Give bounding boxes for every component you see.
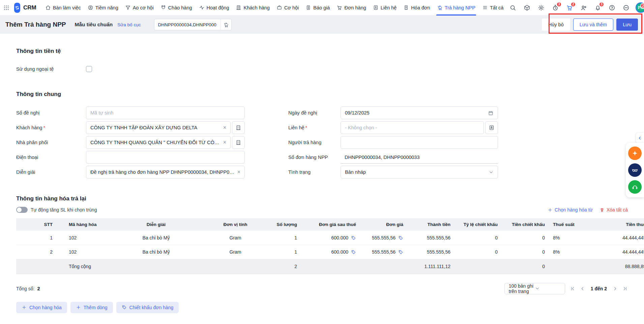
- column-header: Tiền thuế: [586, 218, 644, 231]
- nav-right-icons: 323PM2: [507, 2, 644, 14]
- home-icon: [45, 5, 51, 10]
- timer-icon[interactable]: 3: [549, 2, 561, 14]
- glasses-support-widget[interactable]: [628, 163, 642, 177]
- gear-icon[interactable]: [535, 2, 547, 14]
- table-row[interactable]: 2102Ba chỉ bò MỹGram1600.000555.555,5655…: [16, 245, 644, 259]
- field-dien-giai: Diễn giải Đề nghị trả hàng cho đơn hàng …: [16, 166, 245, 179]
- price-tag-icon[interactable]: [398, 250, 403, 255]
- form-content: Thông tin tiền tệ Sử dụng ngoại tệ Thông…: [0, 48, 644, 324]
- plus-icon: [22, 305, 27, 310]
- clear-icon[interactable]: ×: [223, 140, 226, 145]
- save-and-add-button[interactable]: Lưu và thêm: [573, 19, 613, 31]
- khach-hang-input[interactable]: CÔNG TY TNHH TẬP ĐOÀN XÂY DỰNG DELTA ×: [86, 121, 231, 134]
- cart-icon[interactable]: 2: [563, 2, 576, 14]
- user-avatar[interactable]: PM2: [636, 2, 644, 13]
- nav-item-bàn-làm-việc[interactable]: Bàn làm việc: [42, 0, 84, 15]
- magnet-icon: [160, 5, 166, 10]
- nav-item-liên-hệ[interactable]: Liên hệ: [370, 0, 400, 15]
- column-header: Đơn giá sau thuế: [301, 218, 360, 231]
- nav-item-hoạt-động[interactable]: Hoạt động: [196, 0, 233, 15]
- clear-icon[interactable]: ×: [237, 169, 240, 175]
- distributor-lookup-building-icon[interactable]: [232, 136, 245, 149]
- so-de-nghi-input[interactable]: Mã tự sinh: [86, 106, 245, 119]
- help-icon[interactable]: [606, 2, 618, 14]
- last-page-icon[interactable]: [622, 286, 628, 291]
- calendar-icon[interactable]: [488, 110, 494, 116]
- funnel-icon: [125, 5, 131, 10]
- contact-lookup-icon[interactable]: [485, 121, 498, 134]
- nav-item-đơn-hàng[interactable]: Đơn hàng: [333, 0, 369, 15]
- cancel-button[interactable]: Hủy bỏ: [542, 19, 570, 31]
- required-asterisk: *: [305, 125, 308, 130]
- price-tag-icon[interactable]: [398, 235, 403, 240]
- first-page-icon[interactable]: [570, 286, 575, 291]
- delete-all-link[interactable]: Xóa tất cả: [599, 207, 628, 213]
- nha-phan-phoi-input[interactable]: CÔNG TY TNHH QUANG QUÂN " CHUYỂN ĐỔI TỪ …: [86, 136, 231, 149]
- items-section: Thông tin hàng hóa trả lại Tự động tăng …: [16, 195, 644, 313]
- nav-item-ao-cơ-hội[interactable]: Ao cơ hội: [122, 0, 157, 15]
- cart-return-icon: [437, 5, 443, 10]
- price-tag-icon[interactable]: [351, 235, 356, 240]
- order-code-input[interactable]: [154, 19, 221, 30]
- nav-item-tiềm-năng[interactable]: Tiềm năng: [84, 0, 122, 15]
- field-ngay-de-nghi: Ngày đề nghị 09/12/2025: [288, 106, 498, 119]
- general-section-title: Thông tin chung: [16, 91, 644, 98]
- table-total-row: Tổng cộng21.111.111,12088.888,89: [16, 259, 644, 274]
- prev-page-icon[interactable]: [580, 286, 585, 291]
- nav-item-chào-hàng[interactable]: Chào hàng: [157, 0, 196, 15]
- page-size-select[interactable]: 100 bản ghi trên trang: [504, 283, 565, 294]
- column-header: Thuế suất: [549, 218, 586, 231]
- nguoi-tra-hang-input[interactable]: [341, 136, 498, 149]
- total-count: Tổng số:2: [16, 286, 40, 291]
- nav-item-hóa-đơn[interactable]: Hóa đơn: [400, 0, 433, 15]
- nav-item-cơ-hội[interactable]: Cơ hội: [273, 0, 302, 15]
- save-button[interactable]: Lưu: [616, 19, 638, 31]
- order-discount-button[interactable]: Chiết khấu đơn hàng: [116, 302, 179, 313]
- choose-items-button[interactable]: Chọn hàng hóa: [16, 302, 67, 313]
- search-icon[interactable]: [507, 2, 519, 14]
- chat-support-widget[interactable]: [628, 180, 642, 194]
- use-foreign-currency-checkbox[interactable]: [86, 66, 92, 72]
- general-section: Thông tin chung Số đề nghị Mã tự sinh Kh…: [16, 91, 644, 181]
- header-actions: Hủy bỏ Lưu và thêm Lưu: [542, 19, 638, 31]
- account-lookup-building-icon[interactable]: [232, 121, 245, 134]
- ngay-de-nghi-input[interactable]: 09/12/2025: [341, 106, 498, 119]
- discount-tag-icon: [122, 305, 127, 310]
- nav-item-báo-giá[interactable]: Báo giá: [302, 0, 333, 15]
- dien-thoai-input[interactable]: [86, 151, 245, 164]
- more-icon[interactable]: [620, 2, 632, 14]
- price-tag-icon[interactable]: [351, 250, 356, 255]
- crm-logo-icon[interactable]: [14, 3, 20, 13]
- nav-item-trả-hàng-npp[interactable]: Trả hàng NPP: [434, 0, 479, 15]
- dien-giai-input[interactable]: Đề nghị trả hàng cho đơn hàng NPP DHNPP0…: [86, 166, 245, 179]
- user-plus-icon[interactable]: [578, 2, 590, 14]
- items-table-wrapper: STTMã hàng hóaDiễn giảiĐơn vị tínhSố lượ…: [16, 218, 644, 274]
- column-header: Diễn giải: [106, 218, 207, 231]
- next-page-icon[interactable]: [612, 286, 618, 291]
- package-search-icon[interactable]: [521, 2, 533, 14]
- lien-he-input[interactable]: - Không chọn -: [341, 121, 484, 134]
- table-row[interactable]: 1102Ba chỉ bò MỹGram1600.000555.555,5655…: [16, 231, 644, 245]
- items-table-header-row: STTMã hàng hóaDiễn giảiĐơn vị tínhSố lượ…: [16, 218, 644, 231]
- page-title: Thêm Trả hàng NPP: [5, 21, 66, 28]
- nav-item-khách-hàng[interactable]: Khách hàng: [232, 0, 273, 15]
- tinh-trang-select[interactable]: Bản nháp: [341, 166, 498, 179]
- page-header: Thêm Trả hàng NPP Mẫu tiêu chuẩn Sửa bố …: [0, 15, 644, 34]
- app-launcher-grid-icon[interactable]: [3, 2, 9, 13]
- column-header: Số lượng: [264, 218, 301, 231]
- sparkle-assistant-widget[interactable]: [628, 147, 642, 160]
- column-header: Tiền chiết khấu: [502, 218, 549, 231]
- cart-icon: [336, 5, 342, 10]
- add-row-button[interactable]: Thêm dòng: [70, 302, 113, 313]
- field-khach-hang: Khách hàng* CÔNG TY TNHH TẬP ĐOÀN XÂY DỰ…: [16, 121, 245, 134]
- choose-items-from-link[interactable]: Chọn hàng hóa từ: [548, 207, 593, 213]
- field-nha-phan-phoi: Nhà phân phối CÔNG TY TNHH QUANG QUÂN " …: [16, 136, 245, 149]
- edit-layout-link[interactable]: Sửa bố cục: [117, 22, 141, 27]
- collapse-panel-chevron-left-icon[interactable]: [636, 133, 644, 143]
- items-table-body: 1102Ba chỉ bò MỹGram1600.000555.555,5655…: [16, 231, 644, 274]
- auto-increase-qty-toggle[interactable]: [16, 207, 28, 213]
- clear-icon[interactable]: ×: [223, 125, 226, 130]
- cart-return-icon[interactable]: [221, 19, 231, 30]
- bell-icon[interactable]: 3: [592, 2, 604, 14]
- nav-item-tất-cả[interactable]: Tất cả: [479, 0, 507, 15]
